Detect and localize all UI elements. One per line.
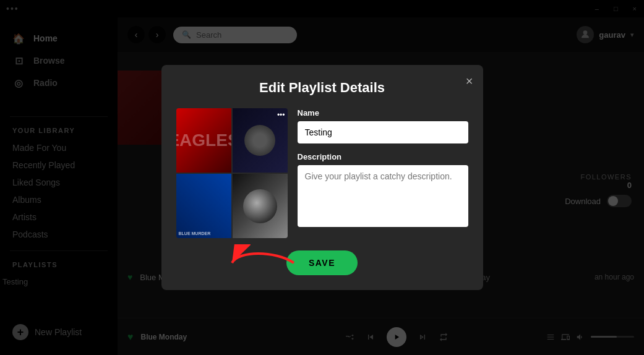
album-cell-3: BLUE MURDER xyxy=(176,174,231,238)
modal-overlay: Edit Playlist Details × EAGLES ••• xyxy=(0,0,644,355)
album-cell-1: EAGLES xyxy=(176,108,231,173)
album-art-grid: EAGLES ••• BLUE MURDER xyxy=(176,108,288,238)
modal-form: Name Description xyxy=(298,108,468,238)
edit-playlist-modal: Edit Playlist Details × EAGLES ••• xyxy=(161,65,483,290)
album-cell-4 xyxy=(233,174,288,238)
description-label: Description xyxy=(298,152,468,161)
album-dots-icon[interactable]: ••• xyxy=(277,111,285,119)
album-image-1: EAGLES xyxy=(176,108,231,173)
name-input[interactable] xyxy=(298,121,468,143)
modal-footer: SAVE xyxy=(176,250,468,275)
modal-close-button[interactable]: × xyxy=(466,75,473,87)
modal-body: EAGLES ••• BLUE MURDER xyxy=(176,108,468,238)
description-textarea[interactable] xyxy=(298,165,468,227)
album-image-4 xyxy=(233,174,288,238)
album-image-3: BLUE MURDER xyxy=(176,174,231,238)
album-cell-2: ••• xyxy=(233,108,288,173)
save-button[interactable]: SAVE xyxy=(286,250,358,275)
name-label: Name xyxy=(298,108,468,118)
modal-title: Edit Playlist Details xyxy=(176,80,468,96)
